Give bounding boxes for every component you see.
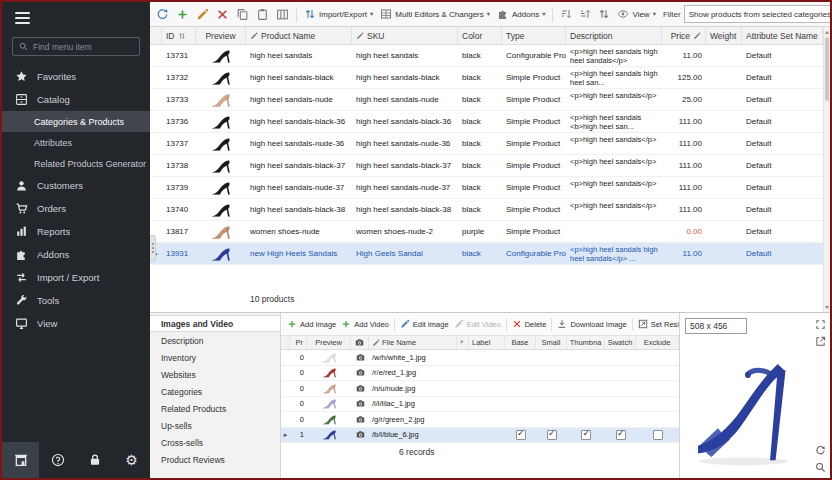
- column-header-preview[interactable]: Preview: [196, 27, 246, 44]
- add-product-button[interactable]: [174, 6, 191, 23]
- tab-images-and-video[interactable]: Images and Video: [150, 315, 280, 332]
- sidebar-item-related-products-generator[interactable]: Related Products Generator: [2, 153, 150, 174]
- column-header-base[interactable]: Base: [505, 336, 536, 349]
- addons-menu[interactable]: Addons ▾: [495, 6, 547, 22]
- column-header-product-name[interactable]: Product Name: [246, 27, 352, 44]
- product-row[interactable]: 13736 high heel sandals-black-36 high he…: [150, 111, 823, 133]
- column-header-sku[interactable]: SKU: [352, 27, 458, 44]
- delete-product-button[interactable]: [214, 6, 231, 23]
- sidebar-item-orders[interactable]: Orders: [2, 197, 150, 220]
- panel-splitter-handle[interactable]: [150, 235, 156, 261]
- refresh-button[interactable]: [154, 6, 171, 23]
- thumbnail-checkbox[interactable]: [581, 430, 591, 440]
- small-checkbox[interactable]: [547, 430, 557, 440]
- zoom-icon[interactable]: [815, 462, 826, 473]
- image-row[interactable]: ▸ 1 /b/l/blue_6.jpg: [281, 428, 679, 444]
- column-header-type[interactable]: Type: [502, 27, 566, 44]
- tab-websites[interactable]: Websites: [150, 366, 280, 383]
- vertical-scrollbar[interactable]: [823, 27, 830, 312]
- resize-dimensions-input[interactable]: 508 x 456: [685, 318, 747, 334]
- edit-video-button[interactable]: Edit Video: [454, 319, 501, 329]
- sidebar-item-addons[interactable]: Addons: [2, 243, 150, 266]
- image-row[interactable]: 0 /l/i/lilac_1.jpg: [281, 397, 679, 413]
- sort-desc-button[interactable]: [577, 6, 593, 22]
- menu-toggle-button[interactable]: [2, 2, 150, 35]
- tab-related-products[interactable]: Related Products: [150, 400, 280, 417]
- help-button[interactable]: [39, 442, 76, 478]
- image-row[interactable]: 0 /r/e/red_1.jpg: [281, 366, 679, 382]
- download-image-button[interactable]: Download Image: [557, 319, 626, 329]
- sidebar-search[interactable]: [12, 37, 140, 56]
- scroll-up-arrow[interactable]: [824, 28, 830, 36]
- menu-search-input[interactable]: [33, 42, 133, 52]
- column-header-small[interactable]: Small: [536, 336, 567, 349]
- column-header-label[interactable]: Label: [469, 336, 505, 349]
- tab-inventory[interactable]: Inventory: [150, 349, 280, 366]
- product-row[interactable]: 13739 high heel sandals-nude-37 high hee…: [150, 177, 823, 199]
- column-header-image-preview[interactable]: Preview: [307, 336, 351, 349]
- sidebar-item-reports[interactable]: Reports: [2, 220, 150, 243]
- copy-button[interactable]: [234, 6, 251, 23]
- column-header-attribute-set[interactable]: Attribute Set Name: [742, 27, 823, 44]
- delete-image-button[interactable]: Delete: [512, 319, 547, 329]
- open-external-icon[interactable]: [815, 336, 826, 347]
- sidebar-item-categories-products[interactable]: Categories & Products: [2, 111, 150, 132]
- product-row[interactable]: 13738 high heel sandals-black-37 high he…: [150, 155, 823, 177]
- product-row[interactable]: 13732 high heel sandals-black high heel …: [150, 67, 823, 89]
- import-export-menu[interactable]: Import/Export ▾: [302, 6, 375, 22]
- tab-description[interactable]: Description: [150, 332, 280, 349]
- product-row[interactable]: 13733 high heel sandals-nude high heel s…: [150, 89, 823, 111]
- settings-button[interactable]: ⚙: [113, 442, 150, 478]
- edit-product-button[interactable]: [194, 6, 211, 23]
- product-row[interactable]: 13737 high heel sandals-nude-36 high hee…: [150, 133, 823, 155]
- reorder-button[interactable]: [596, 6, 612, 22]
- product-row[interactable]: 13731 high heel sandals high heel sandal…: [150, 45, 823, 67]
- paste-button[interactable]: [254, 6, 271, 23]
- sort-asc-button[interactable]: [558, 6, 574, 22]
- sidebar-item-import-export[interactable]: Import / Export: [2, 266, 150, 289]
- tab-up-sells[interactable]: Up-sells: [150, 417, 280, 434]
- column-header-thumbnail[interactable]: Thumbna: [567, 336, 605, 349]
- product-row[interactable]: ▸ 13931 new High Heels Sandals High Geel…: [150, 243, 823, 265]
- column-header-id[interactable]: ID: [162, 27, 196, 44]
- sidebar-item-attributes[interactable]: Attributes: [2, 132, 150, 153]
- column-header-exclude[interactable]: Exclude: [636, 336, 679, 349]
- scroll-down-arrow[interactable]: [824, 303, 830, 311]
- tab-product-reviews[interactable]: Product Reviews: [150, 451, 280, 468]
- image-row[interactable]: 0 /n/u/nude.jpg: [281, 381, 679, 397]
- column-header-image-type[interactable]: [351, 336, 369, 349]
- refresh-preview-icon[interactable]: [815, 445, 826, 456]
- fullscreen-icon[interactable]: [815, 319, 826, 330]
- exclude-checkbox[interactable]: [653, 430, 663, 440]
- store-button[interactable]: [2, 442, 39, 478]
- tab-cross-sells[interactable]: Cross-sells: [150, 434, 280, 451]
- image-row[interactable]: 0 /w/h/white_1.jpg: [281, 350, 679, 366]
- product-row[interactable]: 13817 women shoes-nude women shoes-nude-…: [150, 221, 823, 243]
- base-checkbox[interactable]: [516, 430, 526, 440]
- tab-categories[interactable]: Categories: [150, 383, 280, 400]
- image-row[interactable]: 0 /g/r/green_2.jpg: [281, 412, 679, 428]
- set-resize-rule-button[interactable]: Set Resize Rule: [638, 319, 679, 329]
- column-header-position[interactable]: Pr: [290, 336, 307, 349]
- column-header-weight[interactable]: Weight: [706, 27, 742, 44]
- sidebar-item-tools[interactable]: Tools: [2, 289, 150, 312]
- lock-button[interactable]: [76, 442, 113, 478]
- edit-image-button[interactable]: Edit Image: [400, 319, 449, 329]
- multi-editors-menu[interactable]: Multi Editors & Changers ▾: [378, 6, 492, 22]
- category-filter-select[interactable]: Show products from selected categories ▾: [684, 5, 830, 23]
- swatch-checkbox[interactable]: [616, 430, 626, 440]
- scrollbar-thumb[interactable]: [825, 37, 829, 101]
- add-image-button[interactable]: Add Image: [287, 319, 336, 329]
- column-header-swatch[interactable]: Swatch: [605, 336, 636, 349]
- add-video-button[interactable]: Add Video: [341, 319, 388, 329]
- sidebar-item-view[interactable]: View: [2, 312, 150, 335]
- column-header-file-name[interactable]: File Name: [369, 336, 457, 349]
- view-menu[interactable]: View ▾: [615, 6, 657, 22]
- product-row[interactable]: 13740 high heel sandals-black-38 high he…: [150, 199, 823, 221]
- column-header-price[interactable]: Price: [662, 27, 706, 44]
- column-header-flag[interactable]: [457, 336, 469, 349]
- sidebar-item-catalog[interactable]: Catalog: [2, 88, 150, 111]
- sidebar-item-customers[interactable]: Customers: [2, 174, 150, 197]
- columns-button[interactable]: [274, 6, 291, 23]
- column-header-description[interactable]: Description: [566, 27, 662, 44]
